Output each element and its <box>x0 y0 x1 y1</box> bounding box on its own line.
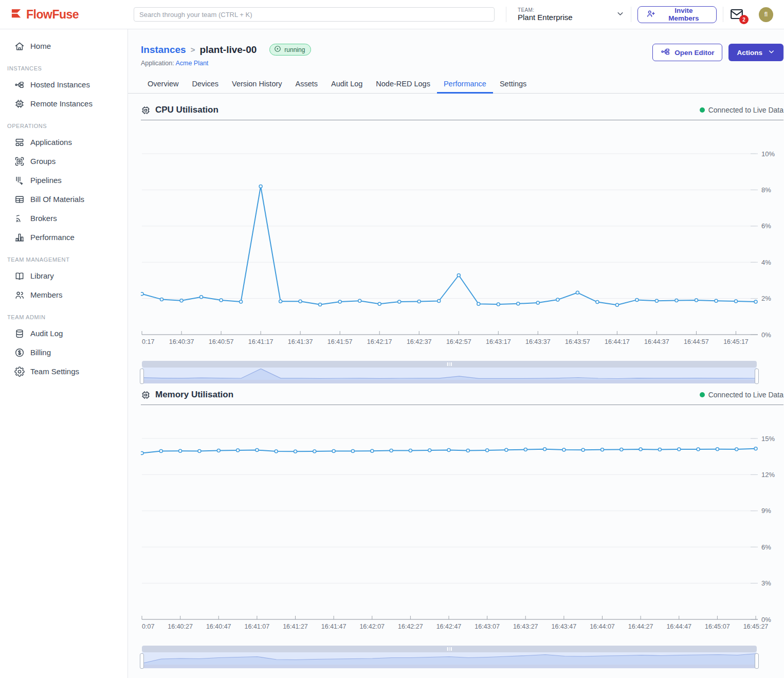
navigator-left-handle[interactable] <box>140 369 144 384</box>
audit-log-icon <box>14 328 25 339</box>
sidebar-item-remote-instances[interactable]: Remote Instances <box>0 94 127 113</box>
svg-text:16:42:07: 16:42:07 <box>359 623 385 630</box>
svg-text:16:41:27: 16:41:27 <box>283 623 308 630</box>
sidebar-item-label: Library <box>30 271 54 280</box>
svg-text:0:17: 0:17 <box>142 338 154 345</box>
status-badge-label: running <box>284 46 305 53</box>
billing-icon <box>14 347 25 358</box>
sidebar-item-library[interactable]: Library <box>0 266 127 285</box>
performance-icon <box>14 232 25 243</box>
sidebar: HomeINSTANCESHosted InstancesRemote Inst… <box>0 29 128 678</box>
tab-assets[interactable]: Assets <box>289 75 325 93</box>
search-input[interactable] <box>134 7 495 22</box>
actions-button[interactable]: Actions <box>728 44 783 61</box>
svg-text:16:42:27: 16:42:27 <box>398 623 423 630</box>
memory-chart-navigator <box>142 646 757 668</box>
sidebar-section-label: INSTANCES <box>0 65 127 71</box>
groups-icon <box>14 156 25 167</box>
sidebar-item-applications[interactable]: Applications <box>0 133 127 152</box>
sidebar-section-label: OPERATIONS <box>0 123 127 129</box>
team-settings-icon <box>14 366 25 377</box>
team-selector[interactable]: TEAM: Plant Enterprise <box>513 7 625 22</box>
play-circle-icon <box>274 45 281 54</box>
cpu-section-header: CPU Utilisation Connected to Live Data <box>141 105 783 120</box>
tab-devices[interactable]: Devices <box>185 75 225 93</box>
tab-settings[interactable]: Settings <box>493 75 533 93</box>
svg-text:16:44:07: 16:44:07 <box>590 623 615 630</box>
team-name: Plant Enterprise <box>518 13 573 22</box>
page-title: plant-live-00 <box>199 44 257 56</box>
header-right: TEAM: Plant Enterprise Invite Members 2 … <box>500 6 784 23</box>
sidebar-item-label: Remote Instances <box>30 99 93 108</box>
svg-text:16:43:17: 16:43:17 <box>486 338 511 345</box>
navigator-minichart <box>142 652 757 665</box>
navigator-right-handle[interactable] <box>755 653 759 669</box>
remote-instances-icon <box>14 98 25 109</box>
breadcrumb-instances-link[interactable]: Instances <box>141 44 186 56</box>
notifications-button[interactable]: 2 <box>730 8 744 21</box>
application-line: Application: Acme Plant <box>141 60 311 67</box>
svg-text:2%: 2% <box>761 295 771 302</box>
sidebar-item-members[interactable]: Members <box>0 285 127 304</box>
tab-version-history[interactable]: Version History <box>225 75 289 93</box>
sidebar-item-hosted-instances[interactable]: Hosted Instances <box>0 75 127 94</box>
tab-node-red-logs[interactable]: Node-RED Logs <box>369 75 437 93</box>
svg-text:16:42:57: 16:42:57 <box>446 338 471 345</box>
memory-live-status-label: Connected to Live Data <box>708 391 783 399</box>
tab-audit-log[interactable]: Audit Log <box>324 75 369 93</box>
memory-chip-icon <box>141 390 151 400</box>
svg-text:0%: 0% <box>761 331 771 339</box>
navigator-grip-icon[interactable] <box>447 362 452 366</box>
svg-text:16:44:17: 16:44:17 <box>605 338 630 345</box>
sidebar-section-label: TEAM ADMIN <box>0 314 127 320</box>
notification-count-badge: 2 <box>739 15 749 24</box>
applications-icon <box>14 137 25 148</box>
svg-text:16:40:47: 16:40:47 <box>206 623 231 630</box>
sidebar-item-home[interactable]: Home <box>0 36 127 56</box>
logo[interactable]: FlowFuse <box>0 7 128 22</box>
sidebar-section-label: TEAM MANAGEMENT <box>0 256 127 263</box>
sidebar-item-label: Performance <box>30 233 75 242</box>
sidebar-item-audit-log[interactable]: Audit Log <box>0 324 127 343</box>
sidebar-item-bill-of-materials[interactable]: Bill Of Materials <box>0 190 127 209</box>
tab-overview[interactable]: Overview <box>141 75 185 93</box>
svg-text:16:43:07: 16:43:07 <box>475 623 500 630</box>
svg-text:16:44:27: 16:44:27 <box>628 623 653 630</box>
invite-members-label: Invite Members <box>660 7 708 22</box>
memory-live-status: Connected to Live Data <box>700 391 783 399</box>
sidebar-item-performance[interactable]: Performance <box>0 228 127 247</box>
navigator-grip-icon[interactable] <box>447 647 452 651</box>
cpu-live-status: Connected to Live Data <box>700 106 783 114</box>
navigator-scrollbar[interactable] <box>142 361 757 368</box>
cpu-chart-navigator <box>142 361 757 383</box>
brand-name: FlowFuse <box>26 8 79 22</box>
application-link[interactable]: Acme Plant <box>175 60 208 67</box>
home-icon <box>14 41 25 51</box>
application-label: Application: <box>141 60 174 67</box>
members-icon <box>14 289 25 300</box>
sidebar-item-billing[interactable]: Billing <box>0 343 127 362</box>
avatar[interactable]: fl <box>759 7 773 22</box>
hosted-instances-icon <box>14 79 25 90</box>
cpu-chart: 0%2%4%6%8%10%0:1716:40:3716:40:5716:41:1… <box>141 120 783 354</box>
invite-members-button[interactable]: Invite Members <box>637 6 717 23</box>
navigator-bottom-track <box>142 665 757 668</box>
breadcrumb: Instances > plant-live-00 running <box>141 44 311 56</box>
svg-text:16:43:27: 16:43:27 <box>513 623 538 630</box>
navigator-bottom-track <box>142 380 757 383</box>
tab-performance[interactable]: Performance <box>437 75 493 93</box>
sidebar-item-groups[interactable]: Groups <box>0 152 127 171</box>
svg-text:9%: 9% <box>761 507 771 515</box>
svg-text:16:45:07: 16:45:07 <box>705 623 730 630</box>
sidebar-item-team-settings[interactable]: Team Settings <box>0 362 127 381</box>
navigator-right-handle[interactable] <box>755 369 759 384</box>
sidebar-item-pipelines[interactable]: Pipelines <box>0 171 127 190</box>
sidebar-item-brokers[interactable]: Brokers <box>0 209 127 228</box>
open-editor-button[interactable]: Open Editor <box>652 44 722 61</box>
navigator-scrollbar[interactable] <box>142 646 757 652</box>
cpu-chip-icon <box>141 105 151 115</box>
user-plus-icon <box>646 9 655 20</box>
team-label: TEAM: <box>518 7 573 13</box>
navigator-left-handle[interactable] <box>140 653 144 669</box>
svg-text:16:42:47: 16:42:47 <box>436 623 462 630</box>
